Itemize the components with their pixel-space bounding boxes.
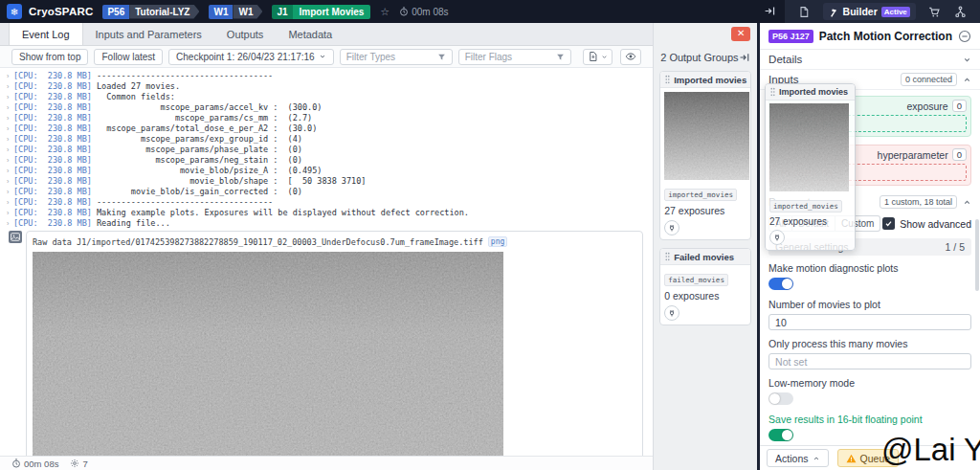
chevron-up-icon [813, 455, 820, 462]
log-message: ------------------------------------ [97, 71, 273, 80]
output-thumbnail-image[interactable] [664, 92, 749, 180]
connector-plug-icon[interactable] [664, 305, 679, 321]
breadcrumb-project[interactable]: P56 Tutorial-LYZ [102, 5, 199, 19]
log-cpu-prefix: [CPU: 230.8 MB] [13, 176, 97, 186]
checkpoint-dropdown[interactable]: Checkpoint 1: 26/04/23 21:17:16 [168, 49, 334, 65]
favorite-star-icon[interactable]: ☆ [380, 6, 390, 18]
builder-scrollbar[interactable] [975, 219, 979, 291]
log-message: mscope_params/cs_mm : (2.7) [97, 113, 312, 123]
job-elapsed-time: 00m 08s [399, 7, 448, 17]
expand-chevron-icon[interactable]: › [0, 218, 13, 229]
tab-metadata[interactable]: Metadata [276, 23, 345, 45]
follow-latest-button[interactable]: Follow latest [94, 49, 163, 65]
workspace-badge[interactable]: W1 [209, 5, 233, 19]
workspace-name[interactable]: W1 [233, 5, 262, 19]
preview-eye-button[interactable] [620, 49, 641, 65]
expand-chevron-icon[interactable]: › [0, 102, 13, 113]
details-section-row[interactable]: Details [760, 50, 980, 70]
breadcrumb-job[interactable]: J1 Import Movies [272, 5, 370, 19]
log-line: ›[CPU: 230.8 MB] mscope_params/accel_kv … [0, 102, 653, 113]
expand-chevron-icon[interactable]: › [0, 71, 13, 81]
chevron-up-icon [963, 198, 971, 207]
log-line: ›[CPU: 230.8 MB] Making example plots. E… [0, 208, 653, 218]
log-message: mscope_params/accel_kv : (300.0) [97, 102, 322, 112]
expand-chevron-icon[interactable]: › [0, 197, 13, 208]
job-name[interactable]: Import Movies [293, 5, 371, 19]
param-label: Only process this many movies [768, 338, 971, 349]
filter-types-input[interactable]: Filter Types [340, 49, 453, 65]
show-advanced-control[interactable]: Show advanced [882, 217, 971, 230]
output-count: 0 exposures [664, 290, 746, 302]
breadcrumb-workspace[interactable]: W1 W1 [209, 5, 262, 19]
tree-hierarchy-icon[interactable] [954, 6, 967, 18]
filter-flags-input[interactable]: Filter Flags [458, 49, 571, 65]
actions-label: Actions [775, 453, 808, 464]
status-notifications[interactable]: 7 [70, 459, 87, 469]
expand-chevron-icon[interactable]: › [0, 187, 13, 197]
elapsed-label: 00m 08s [412, 7, 448, 17]
checkbox-checked-icon[interactable] [882, 217, 895, 230]
output-card-header[interactable]: Imported movies [660, 72, 750, 88]
collapse-panel-icon[interactable] [739, 52, 750, 63]
builder-title-row: P56 J127 Patch Motion Correction [760, 23, 980, 50]
slot-count-badge: 0 [952, 148, 967, 161]
log-cpu-prefix: [CPU: 230.8 MB] [13, 208, 97, 217]
cart-icon[interactable] [928, 6, 941, 18]
toolbar-right-icons [583, 49, 641, 65]
expand-chevron-icon[interactable]: › [0, 145, 13, 155]
drag-ghost-imported-movies[interactable]: Imported movies imported_movies 27 expos… [765, 83, 856, 251]
png-link[interactable]: png [488, 236, 507, 247]
document-icon[interactable] [798, 6, 810, 18]
project-name[interactable]: Tutorial-LYZ [129, 5, 199, 19]
show-from-top-button[interactable]: Show from top [11, 49, 88, 65]
expand-chevron-icon[interactable]: › [0, 92, 13, 102]
circle-minus-icon[interactable] [958, 30, 971, 43]
tab-outputs[interactable]: Outputs [214, 23, 277, 45]
input-only-process[interactable]: Not set [768, 353, 971, 369]
close-button[interactable]: ✕ [731, 27, 750, 41]
parameters-count-badge: 1 custom, 18 total [880, 195, 957, 209]
input-number-of-movies[interactable]: 10 [768, 314, 971, 330]
job-badge[interactable]: J1 [272, 5, 292, 19]
expand-chevron-icon[interactable]: › [0, 113, 13, 123]
output-card-imported-movies[interactable]: Imported movies imported_movies 27 expos… [659, 71, 751, 240]
expand-chevron-icon[interactable]: › [0, 155, 13, 166]
actions-button[interactable]: Actions [767, 449, 828, 467]
project-badge[interactable]: P56 [102, 5, 129, 19]
toggle-make-motion-plots[interactable] [768, 278, 793, 290]
chevron-down-icon [601, 54, 608, 60]
builder-button[interactable]: Builder Active [823, 3, 916, 20]
drag-handle-icon[interactable] [664, 252, 671, 261]
show-advanced-label: Show advanced [900, 218, 971, 230]
micrograph-image[interactable] [33, 252, 503, 456]
expand-chevron-icon[interactable]: › [0, 166, 13, 176]
cryosparc-logo-icon[interactable]: ❄ [7, 4, 22, 19]
export-document-icon [588, 51, 598, 62]
ghost-card-title: Imported movies [779, 87, 848, 97]
tab-event-log[interactable]: Event Log [9, 23, 83, 45]
export-log-button[interactable] [583, 49, 612, 65]
expand-chevron-icon[interactable]: › [0, 123, 13, 134]
expand-chevron-icon[interactable]: › [0, 134, 13, 145]
output-card-failed-movies[interactable]: Failed movies failed_movies 0 exposures [659, 248, 751, 325]
builder-job-badge: P56 J127 [768, 30, 813, 43]
ghost-thumbnail-image [769, 103, 849, 191]
log-message: mscope_params/exp_group_id : (4) [97, 134, 302, 144]
log-cpu-prefix: [CPU: 230.8 MB] [13, 113, 97, 123]
log-cpu-prefix: [CPU: 230.8 MB] [13, 71, 97, 80]
output-card-header[interactable]: Failed movies [660, 249, 750, 265]
expand-chevron-icon[interactable]: › [0, 81, 13, 92]
expand-chevron-icon[interactable]: › [0, 208, 13, 218]
log-message: mscope_params/phase_plate : (0) [97, 145, 302, 154]
toggle-low-memory[interactable] [768, 392, 793, 405]
event-log[interactable]: ›[CPU: 230.8 MB] -----------------------… [0, 68, 653, 456]
connector-plug-icon[interactable] [664, 220, 679, 235]
expand-chevron-icon[interactable]: › [0, 176, 13, 187]
tab-inputs-parameters[interactable]: Inputs and Parameters [83, 23, 214, 45]
toggle-16bit-float[interactable] [768, 429, 793, 441]
drag-handle-icon[interactable] [664, 75, 671, 84]
hammer-icon [829, 7, 839, 17]
slot-name: exposure [907, 101, 948, 112]
log-cpu-prefix: [CPU: 230.8 MB] [13, 145, 97, 154]
collapse-sidebar-icon[interactable] [764, 5, 776, 17]
